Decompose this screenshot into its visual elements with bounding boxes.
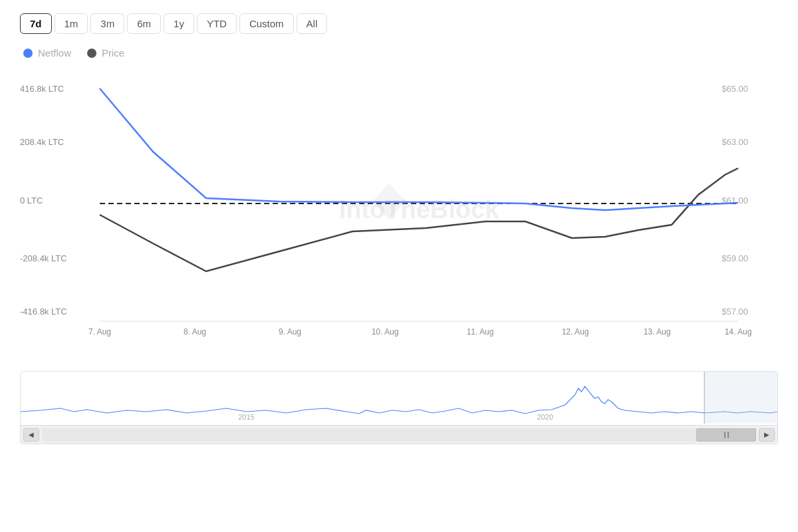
- time-btn-1y[interactable]: 1y: [164, 13, 194, 34]
- scroll-right-button[interactable]: ▶: [759, 428, 775, 442]
- nav-svg: 2015 2020: [21, 372, 777, 425]
- time-btn-6m[interactable]: 6m: [127, 13, 161, 34]
- svg-text:13. Aug: 13. Aug: [644, 327, 671, 336]
- svg-text:0 LTC: 0 LTC: [20, 196, 43, 205]
- main-chart: 416.8k LTC 208.4k LTC 0 LTC -208.4k LTC …: [20, 72, 778, 364]
- time-btn-3m[interactable]: 3m: [90, 13, 124, 34]
- time-btn-1m[interactable]: 1m: [55, 13, 88, 34]
- time-btn-7d[interactable]: 7d: [20, 13, 52, 34]
- svg-text:-416.8k LTC: -416.8k LTC: [20, 307, 67, 317]
- svg-text:$57.00: $57.00: [722, 307, 748, 317]
- svg-text:-208.4k LTC: -208.4k LTC: [20, 253, 67, 263]
- legend-price: Price: [87, 47, 124, 59]
- scroll-thumb-handle: [724, 432, 729, 438]
- svg-text:11. Aug: 11. Aug: [467, 327, 494, 336]
- time-btn-ytd[interactable]: YTD: [197, 13, 237, 34]
- svg-rect-20: [21, 372, 777, 425]
- svg-text:416.8k LTC: 416.8k LTC: [20, 84, 64, 94]
- time-range-selector: 7d1m3m6m1yYTDCustomAll: [20, 13, 778, 34]
- main-chart-svg: 416.8k LTC 208.4k LTC 0 LTC -208.4k LTC …: [20, 72, 778, 364]
- time-btn-custom[interactable]: Custom: [239, 13, 294, 34]
- chart-legend: Netflow Price: [20, 47, 778, 59]
- svg-text:$65.00: $65.00: [722, 84, 748, 94]
- main-container: 7d1m3m6m1yYTDCustomAll Netflow Price 416…: [0, 0, 798, 532]
- svg-text:2015: 2015: [238, 413, 254, 421]
- netflow-label: Netflow: [38, 47, 71, 59]
- handle-line-2: [728, 432, 729, 438]
- svg-text:10. Aug: 10. Aug: [372, 327, 399, 336]
- scroll-thumb[interactable]: [696, 428, 756, 442]
- svg-text:14. Aug: 14. Aug: [725, 327, 752, 336]
- svg-text:7. Aug: 7. Aug: [88, 327, 111, 336]
- price-label: Price: [102, 47, 124, 59]
- scroll-track[interactable]: [42, 428, 756, 442]
- svg-text:208.4k LTC: 208.4k LTC: [20, 137, 64, 147]
- svg-text:8. Aug: 8. Aug: [184, 327, 206, 336]
- navigator-chart: 2015 2020 ◀ ▶: [20, 371, 778, 444]
- svg-text:$59.00: $59.00: [722, 253, 748, 263]
- svg-text:$63.00: $63.00: [722, 137, 748, 147]
- nav-selection: [704, 372, 777, 424]
- price-dot: [87, 49, 96, 58]
- handle-line-1: [724, 432, 726, 438]
- watermark: IntoTheBlock: [339, 196, 500, 223]
- nav-scroll-area: 2015 2020: [21, 372, 777, 425]
- time-btn-all[interactable]: All: [297, 13, 328, 34]
- chart-wrapper: 416.8k LTC 208.4k LTC 0 LTC -208.4k LTC …: [20, 72, 778, 525]
- nav-scrollbar: ◀ ▶: [21, 425, 777, 444]
- svg-text:9. Aug: 9. Aug: [279, 327, 301, 336]
- netflow-line: [100, 88, 738, 210]
- netflow-dot: [23, 49, 33, 58]
- scroll-left-button[interactable]: ◀: [23, 428, 39, 442]
- svg-text:2020: 2020: [537, 413, 553, 421]
- svg-text:12. Aug: 12. Aug: [562, 327, 589, 336]
- legend-netflow: Netflow: [23, 47, 71, 59]
